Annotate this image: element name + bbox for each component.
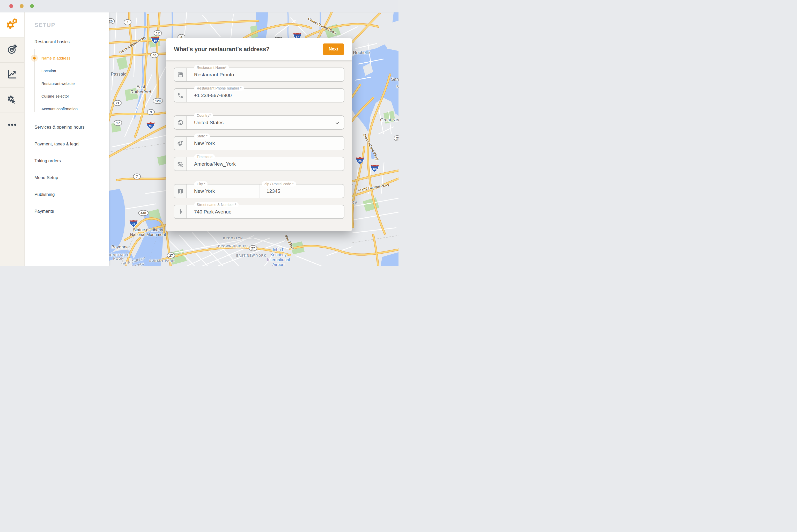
address-card: What's your restaurant's address? Next R… xyxy=(166,38,352,231)
street-label: Street name & Number * xyxy=(194,202,239,207)
rail-item-more[interactable] xyxy=(0,113,24,138)
globe-flag-icon xyxy=(174,137,187,150)
restaurant-name-label: Restaurant Name* xyxy=(194,65,229,70)
rail-item-target[interactable] xyxy=(0,38,24,63)
city-zip-row: New York 12345 City * Zip / Postal code … xyxy=(174,184,344,198)
card-body: Restaurant Pronto Restaurant Name* +1 23… xyxy=(166,60,352,219)
route-shield-7: 7 xyxy=(133,174,141,179)
target-arrow-icon xyxy=(7,44,17,56)
map-icon xyxy=(174,185,187,198)
minimize-window-button[interactable] xyxy=(20,4,23,8)
zip-value: 12345 xyxy=(267,188,280,194)
phone-field[interactable]: +1 234-567-8900 Restaurant Phone number … xyxy=(174,88,344,102)
street-value: 740 Park Avenue xyxy=(194,209,231,215)
nav-subitem-name-address[interactable]: Name & address xyxy=(24,52,109,64)
route-shield-4: 4 xyxy=(124,19,131,25)
app-icon-rail xyxy=(0,13,24,266)
chevron-down-icon xyxy=(335,120,340,127)
svg-text:495: 495 xyxy=(372,167,377,170)
nav-subitem-restaurant-website[interactable]: Restaurant website xyxy=(24,77,109,90)
route-shield-80: 80 xyxy=(151,37,160,45)
gear-cursor-icon xyxy=(7,94,17,106)
nav-subitem-label: Account confirmation xyxy=(41,107,78,111)
nav-subitem-location[interactable]: Location xyxy=(24,64,109,77)
country-select[interactable]: United States Country* xyxy=(174,115,344,130)
nav-subitem-label: Location xyxy=(41,69,56,73)
globe-icon xyxy=(174,116,187,129)
restaurant-basics-sublist: Name & address Location Restaurant websi… xyxy=(24,52,109,115)
route-shield-3: 3 xyxy=(147,109,155,115)
window-titlebar xyxy=(0,0,398,13)
nav-section-services[interactable]: Services & opening hours xyxy=(34,119,109,136)
phone-label: Restaurant Phone number * xyxy=(194,86,244,91)
zip-label: Zip / Postal code * xyxy=(262,182,296,187)
route-shield-95: 95 xyxy=(147,122,155,131)
route-shield-78: 78 xyxy=(129,220,138,228)
nav-section-menu-setup[interactable]: Menu Setup xyxy=(34,169,109,186)
state-value: New York xyxy=(194,140,215,146)
zoom-window-button[interactable] xyxy=(30,4,34,8)
card-header: What's your restaurant's address? Next xyxy=(166,38,352,60)
nav-subitem-label: Cuisine selector xyxy=(41,94,69,98)
svg-text:80: 80 xyxy=(154,39,157,42)
globe-clock-icon xyxy=(174,157,187,171)
svg-text:78: 78 xyxy=(132,223,135,225)
timezone-label: Timezone xyxy=(194,154,215,159)
line-chart-icon xyxy=(7,69,17,81)
nav-section-payment-taxes-legal[interactable]: Payment, taxes & legal xyxy=(34,136,109,152)
storefront-icon xyxy=(174,68,187,81)
route-shield-295: 295 xyxy=(356,157,364,166)
rail-item-analytics[interactable] xyxy=(0,63,24,88)
nav-subitem-account-confirmation[interactable]: Account confirmation xyxy=(24,102,109,115)
card-title: What's your restaurant's address? xyxy=(174,46,270,53)
route-shield-120: 120 xyxy=(153,98,163,104)
phone-value: +1 234-567-8900 xyxy=(194,93,232,98)
rail-item-automation[interactable] xyxy=(0,88,24,113)
street-field[interactable]: 740 Park Avenue Street name & Number * xyxy=(174,205,344,219)
svg-text:95: 95 xyxy=(149,125,152,128)
timezone-field[interactable]: America/New_York Timezone xyxy=(174,157,344,171)
phone-icon xyxy=(174,89,187,102)
next-button[interactable]: Next xyxy=(323,43,344,55)
city-label: City * xyxy=(194,182,208,187)
timezone-value: America/New_York xyxy=(194,161,236,167)
active-step-dot xyxy=(33,57,36,59)
gears-icon xyxy=(6,18,18,31)
close-window-button[interactable] xyxy=(9,4,13,8)
rail-item-setup[interactable] xyxy=(0,13,24,38)
setup-title: SETUP xyxy=(34,22,109,28)
restaurant-name-field[interactable]: Restaurant Pronto Restaurant Name* xyxy=(174,68,344,82)
nav-section-publishing[interactable]: Publishing xyxy=(34,186,109,203)
state-label: State * xyxy=(194,134,210,139)
city-value: New York xyxy=(194,188,215,194)
ellipsis-icon xyxy=(7,119,17,131)
state-field[interactable]: New York State * xyxy=(174,136,344,150)
nav-section-payments[interactable]: Payments xyxy=(34,203,109,220)
nav-section-restaurant-basics[interactable]: Restaurant basics xyxy=(34,35,109,48)
country-value: United States xyxy=(194,120,224,126)
nav-section-taking-orders[interactable]: Taking orders xyxy=(34,152,109,169)
signpost-icon xyxy=(174,205,187,218)
route-shield-440: 440 xyxy=(138,210,149,216)
setup-sidebar: SETUP Restaurant basics Name & address L… xyxy=(24,13,109,266)
country-label: Country* xyxy=(194,113,213,118)
rail-filler xyxy=(0,138,24,266)
nav-subitem-cuisine-selector[interactable]: Cuisine selector xyxy=(24,90,109,102)
nav-subitem-label: Name & address xyxy=(41,56,70,60)
svg-text:295: 295 xyxy=(358,160,362,163)
restaurant-name-value: Restaurant Pronto xyxy=(194,72,234,78)
route-shield-495: 495 xyxy=(371,165,379,173)
svg-text:87: 87 xyxy=(296,35,299,38)
nav-subitem-label: Restaurant website xyxy=(41,81,75,86)
